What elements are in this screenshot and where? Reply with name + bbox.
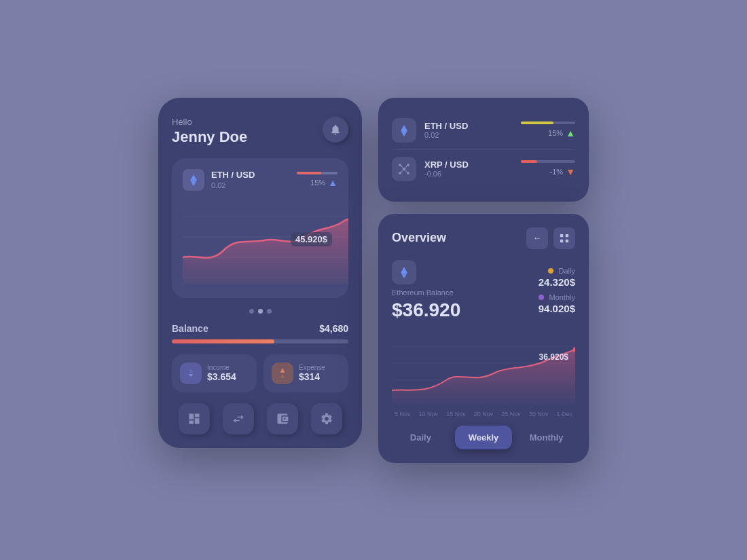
- crypto-name: ETH / USD: [211, 170, 255, 180]
- eth-market-price: 0.02: [424, 131, 468, 139]
- arrow-up-icon: ▲: [328, 177, 338, 188]
- monthly-value: 94.020$: [539, 303, 575, 314]
- eth-percent: 15%: [548, 129, 563, 137]
- daily-value: 24.320$: [539, 276, 575, 288]
- income-expense-row: Income $3.654 Expense $314: [172, 354, 348, 392]
- tab-daily[interactable]: Daily: [392, 426, 450, 449]
- svg-point-5: [403, 167, 406, 170]
- wallet-icon: [276, 412, 289, 426]
- badge-bar-fill: [297, 172, 321, 174]
- x-label-1: 5 Nov: [395, 411, 411, 417]
- overview-chart-svg: [392, 329, 575, 404]
- monthly-dot: [539, 295, 544, 300]
- bottom-nav: [172, 403, 348, 434]
- crypto-label: Ethereum Balance: [392, 288, 528, 297]
- monthly-stat: Monthly 94.020$: [539, 293, 575, 314]
- badge-percent: 15%: [310, 179, 325, 187]
- overview-chart: 36.920$: [392, 329, 575, 407]
- xrp-market-bar: [521, 160, 575, 163]
- eth-market-right: 15% ▲: [521, 122, 575, 138]
- user-name: Jenny Doe: [172, 128, 247, 146]
- income-card: Income $3.654: [172, 354, 257, 392]
- nav-dashboard[interactable]: [179, 403, 210, 434]
- x-label-3: 15 Nov: [446, 411, 466, 417]
- balance-row: Balance $4,680: [172, 323, 348, 334]
- carousel-dots: [172, 309, 348, 314]
- tab-weekly[interactable]: Weekly: [455, 426, 513, 449]
- overview-header: Overview ←: [392, 227, 575, 249]
- nav-wallet[interactable]: [267, 403, 298, 434]
- market-card: ETH / USD 0.02 15% ▲: [378, 98, 589, 202]
- x-label-5: 25 Nov: [501, 411, 521, 417]
- svg-rect-10: [560, 234, 563, 236]
- dot-1[interactable]: [249, 309, 254, 314]
- grid-icon: [560, 234, 569, 243]
- expense-icon: [272, 362, 293, 384]
- daily-dot: [548, 268, 553, 274]
- crypto-chart-header: ETH / USD 0.02 15% ▲: [183, 169, 338, 191]
- xrp-market-right: -1% ▼: [521, 160, 575, 177]
- tab-row: Daily Weekly Monthly: [392, 426, 575, 449]
- back-button[interactable]: ←: [526, 227, 548, 249]
- eth-arrow-up-icon: ▲: [566, 128, 575, 138]
- phone-card: Hello Jenny Doe ETH / USD 0.02: [158, 98, 362, 448]
- eth-market-name: ETH / USD: [424, 121, 468, 131]
- daily-stat: Daily 24.320$: [539, 267, 575, 288]
- overview-body: Ethereum Balance $36.920 Daily 24.320$: [392, 260, 575, 321]
- daily-label: Daily: [539, 267, 575, 275]
- eth-overview-icon: [392, 260, 416, 284]
- market-item-eth: ETH / USD 0.02 15% ▲: [392, 111, 575, 149]
- grid-button[interactable]: [553, 227, 575, 249]
- monthly-label: Monthly: [539, 293, 575, 301]
- nav-swap[interactable]: [223, 403, 254, 434]
- x-label-6: 30 Nov: [529, 411, 549, 417]
- crypto-info: ETH / USD 0.02: [211, 170, 255, 189]
- expense-value: $314: [299, 371, 325, 382]
- xrp-pct-row: -1% ▼: [521, 166, 575, 177]
- overview-card: Overview ←: [378, 214, 589, 463]
- greeting-text: Hello: [172, 117, 247, 127]
- bell-icon: [329, 124, 342, 136]
- expense-card: Expense $314: [263, 354, 348, 392]
- right-column: ETH / USD 0.02 15% ▲: [378, 98, 589, 463]
- eth-pct-row: 15% ▲: [521, 128, 575, 138]
- phone-header: Hello Jenny Doe: [172, 117, 348, 146]
- eth-market-info: ETH / USD 0.02: [424, 121, 468, 139]
- svg-point-9: [407, 172, 409, 174]
- x-label-7: 1 Dec: [556, 411, 572, 417]
- svg-point-7: [407, 164, 409, 166]
- eth-market-icon: [392, 118, 416, 143]
- overview-left: Ethereum Balance $36.920: [392, 260, 528, 321]
- income-label: Income: [207, 364, 236, 371]
- xrp-market-name: XRP / USD: [424, 160, 469, 170]
- expense-label: Expense: [299, 364, 325, 371]
- income-value: $3.654: [207, 371, 236, 382]
- badge-bar: [297, 172, 338, 174]
- overview-controls: ←: [526, 227, 575, 249]
- balance-label: Balance: [172, 323, 208, 334]
- dot-3[interactable]: [267, 309, 272, 314]
- crypto-chart-card: ETH / USD 0.02 15% ▲: [172, 158, 348, 298]
- user-info: Hello Jenny Doe: [172, 117, 247, 146]
- swap-icon: [232, 412, 245, 426]
- crypto-price: 0.02: [211, 181, 255, 189]
- xrp-percent: -1%: [550, 168, 564, 176]
- dot-2[interactable]: [258, 309, 263, 314]
- badge-row: 15% ▲: [297, 177, 338, 188]
- xrp-market-price: -0.06: [424, 170, 469, 178]
- crypto-badge: 15% ▲: [297, 172, 338, 188]
- nav-settings[interactable]: [311, 403, 342, 434]
- x-axis-labels: 5 Nov 10 Nov 15 Nov 20 Nov 25 Nov 30 Nov…: [392, 411, 575, 417]
- income-info: Income $3.654: [207, 364, 236, 382]
- x-label-2: 10 Nov: [419, 411, 439, 417]
- balance-bar-fill: [172, 339, 274, 343]
- income-icon: [180, 362, 202, 384]
- notification-button[interactable]: [323, 117, 348, 143]
- xrp-market-icon: [392, 157, 416, 181]
- settings-icon: [320, 412, 333, 426]
- svg-point-8: [399, 172, 401, 174]
- overview-chart-label: 36.920$: [539, 352, 568, 362]
- tab-monthly[interactable]: Monthly: [517, 426, 575, 449]
- chart-area: 45.920$: [183, 196, 338, 287]
- svg-rect-12: [560, 239, 563, 242]
